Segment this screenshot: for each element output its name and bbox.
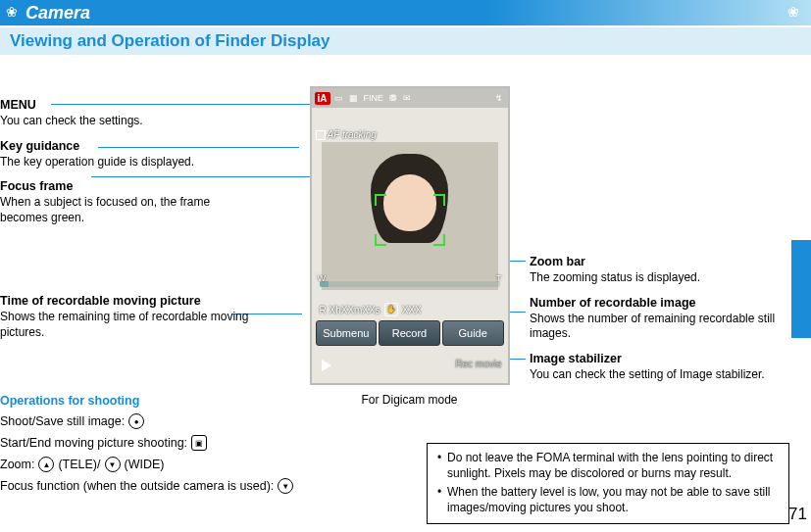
label-menu-title: MENU xyxy=(0,98,260,112)
mail-icon: ✉ xyxy=(401,93,413,103)
right-callouts: Zoom bar The zooming status is displayed… xyxy=(530,98,792,392)
operations-section: Operations for shooting Shoot/Save still… xyxy=(0,388,422,500)
label-rectime-title: Time of recordable moving picture xyxy=(0,294,260,308)
op-text: Focus function (when the outside camera … xyxy=(0,479,274,493)
stabilizer-icon: ✋ xyxy=(384,303,398,316)
op-shoot-still: Shoot/Save still image: ● xyxy=(0,413,422,429)
storage-icon: ⛃ xyxy=(387,93,399,103)
clover-icon xyxy=(6,6,20,20)
operations-title: Operations for shooting xyxy=(0,394,422,408)
zoom-wide-label: W xyxy=(318,273,327,283)
label-numrec-title: Number of recordable image xyxy=(530,296,792,310)
page-body: MENU You can check the settings. Key gui… xyxy=(0,55,811,532)
focus-frame-overlay xyxy=(375,194,445,246)
decor-icon xyxy=(787,6,811,20)
label-focusframe-title: Focus frame xyxy=(0,179,260,193)
play-icon xyxy=(322,360,331,371)
chapter-title: Camera xyxy=(25,3,90,24)
section-header: Viewing and Operation of Finder Display xyxy=(0,27,811,55)
label-focusframe-desc: When a subject is focused on, the frame … xyxy=(0,195,260,225)
aspect-icon: ▭ xyxy=(332,93,345,103)
label-zoombar-title: Zoom bar xyxy=(530,255,792,268)
label-menu-desc: You can check the settings. xyxy=(0,114,260,129)
label-stabilizer-title: Image stabilizer xyxy=(530,352,792,365)
chapter-header: Camera xyxy=(0,0,811,25)
down-key-icon: ▼ xyxy=(278,478,293,494)
camera-key-icon: ▣ xyxy=(191,435,207,451)
record-info-row: R XhXXmXXs ✋ XXX xyxy=(320,303,500,316)
label-keyguidance-desc: The key operation guide is displayed. xyxy=(0,155,260,170)
softkey-guide: Guide xyxy=(442,320,504,346)
note-item: When the battery level is low, you may n… xyxy=(437,484,779,515)
section-title: Viewing and Operation of Finder Display xyxy=(10,31,330,51)
size-icon: ▦ xyxy=(347,93,360,103)
af-text: AF tracking xyxy=(328,129,377,140)
label-numrec-desc: Shows the number of remaining recordable… xyxy=(530,312,792,342)
op-text: (WIDE) xyxy=(125,458,165,471)
notes-box: Do not leave the FOMA terminal with the … xyxy=(427,443,789,524)
softkey-record: Record xyxy=(379,320,440,346)
flash-icon: ↯ xyxy=(493,93,505,103)
op-focus: Focus function (when the outside camera … xyxy=(0,478,422,494)
op-text: Zoom: xyxy=(0,458,34,471)
finder-illustration: iA ▭ ▦ FINE ⛃ ✉ ↯ AF tracking W xyxy=(294,86,525,407)
label-keyguidance-title: Key guidance xyxy=(0,139,260,153)
label-zoombar-desc: The zooming status is displayed. xyxy=(530,270,792,286)
zoom-tele-label: T xyxy=(496,273,502,283)
left-callouts: MENU You can check the settings. Key gui… xyxy=(0,98,260,351)
rec-count-text: XXX xyxy=(402,305,422,315)
down-key-icon: ▼ xyxy=(105,457,121,472)
op-text: Start/End moving picture shooting: xyxy=(0,436,187,450)
finder-screen: iA ▭ ▦ FINE ⛃ ✉ ↯ AF tracking W xyxy=(310,86,510,385)
op-text: Shoot/Save still image: xyxy=(0,414,125,428)
camera-preview xyxy=(322,142,498,290)
thumb-tab-label: Enjoy xyxy=(791,253,808,298)
op-zoom: Zoom: ▲ (TELE)/ ▼ (WIDE) xyxy=(0,457,422,472)
softkey-row: Submenu Record Guide xyxy=(312,320,508,346)
softkey-submenu: Submenu xyxy=(316,320,378,346)
rec-time-text: R XhXXmXXs xyxy=(320,305,380,315)
label-stabilizer-desc: You can check the setting of Image stabi… xyxy=(530,367,792,383)
rec-movie-label: Rec movie xyxy=(455,359,501,369)
ia-badge: iA xyxy=(315,92,330,105)
op-text: (TELE)/ xyxy=(58,458,100,471)
finder-statusbar: iA ▭ ▦ FINE ⛃ ✉ ↯ xyxy=(312,88,508,108)
af-square-icon xyxy=(316,130,326,140)
zoom-bar: W T xyxy=(320,281,500,287)
label-rectime-desc: Shows the remaining time of recordable m… xyxy=(0,310,260,340)
quality-icon: FINE xyxy=(362,93,386,103)
up-key-icon: ▲ xyxy=(38,457,54,472)
page-number: 71 xyxy=(788,505,807,524)
center-key-icon: ● xyxy=(128,413,144,429)
af-tracking-label: AF tracking xyxy=(316,129,377,140)
note-item: Do not leave the FOMA terminal with the … xyxy=(437,450,779,481)
op-moving-picture: Start/End moving picture shooting: ▣ xyxy=(0,435,422,451)
